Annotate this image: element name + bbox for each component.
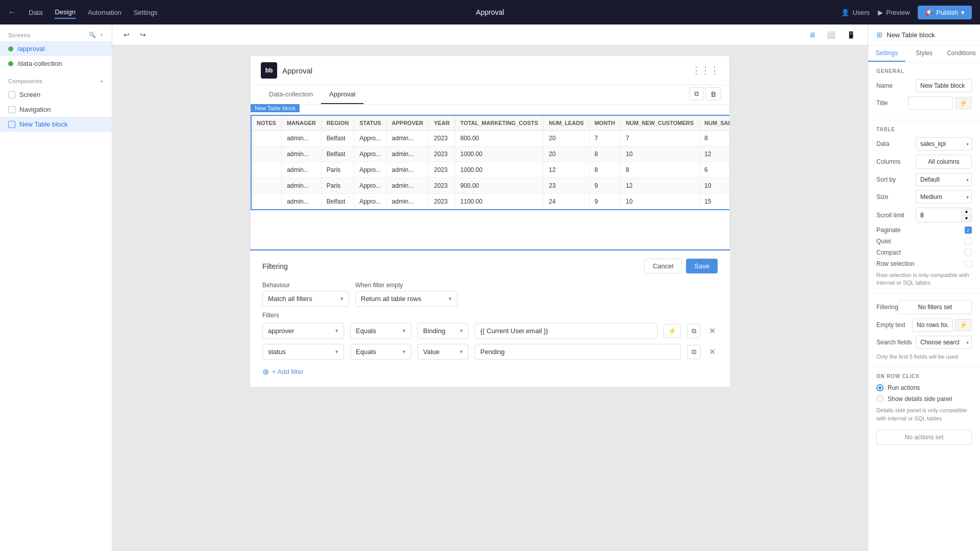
sidebar-item-approval[interactable]: /approval bbox=[0, 41, 112, 56]
sidebar-item-data-collection[interactable]: /data-collection bbox=[0, 56, 112, 71]
nav-design[interactable]: Design bbox=[55, 6, 75, 19]
panel-tab-conditions[interactable]: Conditions bbox=[943, 45, 980, 62]
app-menu-dots[interactable]: ⋮⋮⋮ bbox=[692, 65, 719, 76]
col-total-marketing-costs: TOTAL_MARKETING_COSTS bbox=[455, 115, 543, 131]
view-toggle: 🖥 ⬜ 📱 bbox=[805, 29, 860, 41]
panel-tab-settings[interactable]: Settings bbox=[868, 45, 905, 62]
filter1-remove-button[interactable]: ✕ bbox=[707, 326, 718, 336]
behaviour-dropdown[interactable]: Match all filters ▾ bbox=[262, 291, 349, 307]
quiet-checkbox[interactable] bbox=[965, 238, 972, 245]
publish-button[interactable]: 📢 Publish ▾ bbox=[918, 6, 972, 19]
empty-text-row: Empty text ⚡ bbox=[876, 318, 972, 332]
table-cell bbox=[251, 131, 281, 146]
compact-checkbox[interactable] bbox=[965, 249, 972, 256]
filter2-binding-dropdown[interactable]: Value ▾ bbox=[418, 344, 469, 360]
filtering-panel-button[interactable]: No filters set bbox=[898, 300, 972, 314]
delete-button[interactable]: 🗑 bbox=[705, 87, 721, 101]
sidebar-component-screen[interactable]: Screen bbox=[0, 87, 112, 102]
title-input[interactable] bbox=[908, 96, 953, 110]
filter2-copy-button[interactable]: ⧉ bbox=[687, 345, 701, 359]
sidebar-component-table-block[interactable]: New Table block bbox=[0, 117, 112, 132]
table-cell bbox=[251, 146, 281, 162]
when-filter-empty-dropdown[interactable]: Return all table rows ▾ bbox=[355, 291, 457, 307]
filter2-remove-button[interactable]: ✕ bbox=[707, 347, 718, 357]
nav-settings[interactable]: Settings bbox=[134, 7, 158, 18]
table-row[interactable]: admin...BelfastAppro...admin...2023800.0… bbox=[251, 131, 729, 146]
show-details-option[interactable]: Show details side panel bbox=[876, 395, 972, 403]
paginate-checkbox[interactable] bbox=[965, 227, 972, 234]
table-row[interactable]: admin...ParisAppro...admin...2023900.002… bbox=[251, 178, 729, 194]
desktop-view-button[interactable]: 🖥 bbox=[805, 29, 820, 41]
panel-tab-styles[interactable]: Styles bbox=[905, 45, 943, 62]
search-icon[interactable]: 🔍 bbox=[89, 32, 96, 38]
table-cell: 900.00 bbox=[455, 178, 543, 194]
filter2-field-dropdown[interactable]: status ▾ bbox=[262, 344, 344, 360]
size-select[interactable]: Medium bbox=[916, 190, 972, 204]
panel-tabs: Settings Styles Conditions bbox=[868, 45, 980, 62]
quiet-row: Quiet bbox=[876, 238, 972, 245]
table-row[interactable]: admin...ParisAppro...admin...20231000.00… bbox=[251, 162, 729, 178]
canvas-scroll[interactable]: bb Approval ⋮⋮⋮ Data-collection Approval… bbox=[112, 45, 868, 551]
preview-button[interactable]: ▶ Preview bbox=[878, 9, 910, 16]
filter1-operator-dropdown[interactable]: Equals ▾ bbox=[350, 323, 411, 339]
table-cell: 800.00 bbox=[455, 131, 543, 146]
filtering-panel-section: Filtering No filters set Empty text ⚡ Se… bbox=[868, 294, 980, 367]
nav-automation[interactable]: Automation bbox=[88, 7, 121, 18]
search-fields-label: Search fields bbox=[876, 339, 912, 346]
show-details-radio[interactable] bbox=[876, 395, 884, 403]
run-actions-radio[interactable] bbox=[876, 384, 884, 391]
behaviour-label: Behaviour bbox=[262, 282, 349, 289]
scroll-limit-input[interactable] bbox=[916, 209, 961, 221]
empty-text-lightning-button[interactable]: ⚡ bbox=[955, 319, 972, 331]
cancel-button[interactable]: Cancel bbox=[644, 259, 682, 273]
tab-approval[interactable]: Approval bbox=[321, 85, 363, 104]
filter1-value-input[interactable] bbox=[475, 323, 657, 339]
undo-button[interactable]: ↩ bbox=[120, 29, 133, 41]
filter1-field-dropdown[interactable]: approver ▾ bbox=[262, 323, 344, 339]
top-right-actions: 👤 Users ▶ Preview 📢 Publish ▾ bbox=[841, 6, 972, 19]
filter1-copy-button[interactable]: ⧉ bbox=[687, 324, 701, 338]
sidebar-component-navigation[interactable]: Navigation bbox=[0, 102, 112, 117]
back-button[interactable]: ← bbox=[8, 8, 16, 17]
nav-data[interactable]: Data bbox=[29, 7, 42, 18]
add-component-icon[interactable]: + bbox=[100, 78, 104, 84]
empty-text-input[interactable] bbox=[912, 318, 953, 332]
paginate-row: Paginate bbox=[876, 227, 972, 234]
save-button[interactable]: Save bbox=[686, 259, 718, 273]
run-actions-option[interactable]: Run actions bbox=[876, 384, 972, 391]
table-cell: 2023 bbox=[429, 162, 455, 178]
filter1-lightning-button[interactable]: ⚡ bbox=[664, 324, 681, 338]
table-row[interactable]: admin...BelfastAppro...admin...20231000.… bbox=[251, 146, 729, 162]
filter2-operator-dropdown[interactable]: Equals ▾ bbox=[350, 344, 411, 360]
add-filter-button[interactable]: ⊕ + Add filter bbox=[262, 365, 304, 379]
redo-button[interactable]: ↪ bbox=[137, 29, 149, 41]
mobile-view-button[interactable]: 📱 bbox=[843, 29, 860, 41]
table-cell: 2023 bbox=[429, 178, 455, 194]
filter1-binding-dropdown[interactable]: Binding ▾ bbox=[418, 323, 469, 339]
name-input[interactable] bbox=[916, 79, 972, 92]
table-cell: 1100.00 bbox=[455, 194, 543, 210]
filter2-operator-chevron: ▾ bbox=[403, 348, 406, 355]
search-fields-select-wrapper: Choose search fields ▾ bbox=[916, 336, 972, 349]
add-screen-icon[interactable]: + bbox=[100, 32, 104, 38]
row-selection-checkbox[interactable] bbox=[965, 260, 972, 267]
tablet-view-button[interactable]: ⬜ bbox=[823, 29, 840, 41]
title-lightning-button[interactable]: ⚡ bbox=[955, 97, 972, 109]
no-actions-button[interactable]: No actions set bbox=[876, 430, 972, 445]
table-cell: 1000.00 bbox=[455, 146, 543, 162]
top-nav: ← Data Design Automation Settings Approv… bbox=[0, 0, 980, 24]
sort-by-select[interactable]: Default bbox=[916, 173, 972, 186]
on-row-click-title: ON ROW CLICK bbox=[876, 373, 972, 379]
detail-hint: Details side panel is only compatible wi… bbox=[876, 407, 972, 422]
filter2-value-input[interactable] bbox=[475, 344, 681, 360]
search-fields-select[interactable]: Choose search fields bbox=[916, 336, 972, 349]
filter2-field-chevron: ▾ bbox=[335, 348, 338, 355]
scroll-limit-up-button[interactable]: ▲ bbox=[962, 208, 971, 215]
table-row[interactable]: admin...BelfastAppro...admin...20231100.… bbox=[251, 194, 729, 210]
users-button[interactable]: 👤 Users bbox=[841, 9, 870, 16]
scroll-limit-down-button[interactable]: ▼ bbox=[962, 215, 971, 222]
data-select[interactable]: sales_kpi bbox=[916, 137, 972, 151]
columns-button[interactable]: All columns bbox=[916, 155, 972, 169]
tab-data-collection[interactable]: Data-collection bbox=[261, 85, 321, 104]
copy-button[interactable]: ⧉ bbox=[690, 87, 703, 101]
